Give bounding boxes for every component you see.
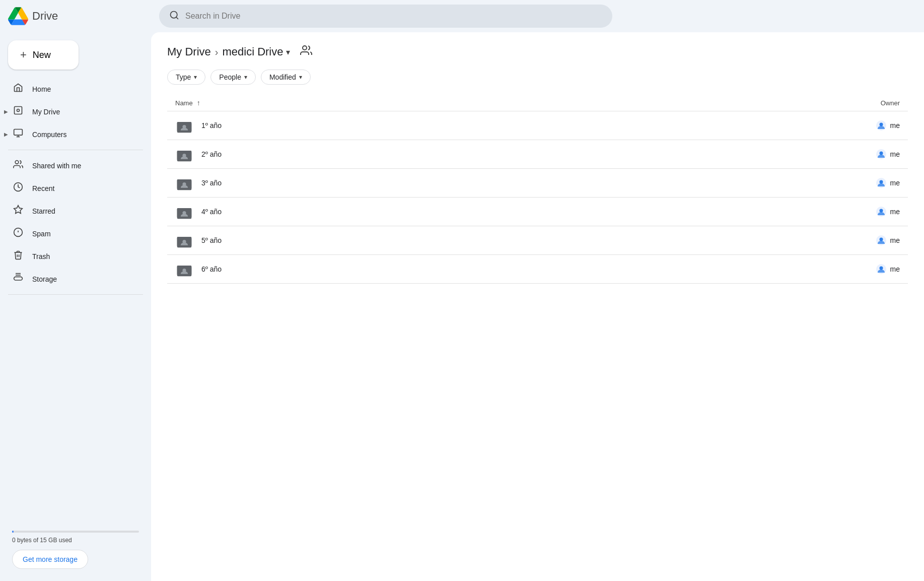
table-row[interactable]: 1º año me [167,111,908,140]
search-bar[interactable] [159,5,612,28]
storage-icon [12,273,24,285]
my-drive-icon [12,105,24,118]
svg-point-37 [879,209,883,213]
svg-rect-4 [14,130,23,136]
filter-modified[interactable]: Modified ▾ [261,70,311,85]
file-name: 3º año [201,179,819,187]
owner-cell: me [819,120,900,131]
folder-icon [175,260,193,278]
filter-people[interactable]: People ▾ [210,70,256,85]
sidebar-item-recent-label: Recent [32,184,54,192]
sidebar-item-spam[interactable]: Spam [0,222,143,245]
main-content: My Drive › medici Drive ▾ Type ▾ [151,32,924,581]
table-row[interactable]: 5º año me [167,226,908,255]
sidebar-item-home-label: Home [32,85,51,93]
filter-modified-arrow: ▾ [299,74,302,81]
trash-icon [12,250,24,263]
breadcrumb-separator: › [215,46,219,58]
sidebar-item-computers-label: Computers [32,131,66,139]
file-name: 1º año [201,121,819,130]
sidebar-divider-2 [8,294,143,295]
col-owner-header: Owner [819,99,900,107]
svg-line-1 [176,17,178,19]
table-row[interactable]: 4º año me [167,198,908,226]
owner-label: me [890,236,900,244]
storage-text: 0 bytes of 15 GB used [12,537,139,544]
sidebar-item-home[interactable]: Home [0,78,143,100]
sidebar-item-starred[interactable]: Starred [0,200,143,222]
computers-icon [12,128,24,141]
sidebar-item-recent[interactable]: Recent [0,177,143,200]
owner-cell: me [819,178,900,188]
search-input[interactable] [185,12,602,21]
svg-point-19 [879,123,883,126]
filter-modified-label: Modified [269,73,296,81]
logo-area: Drive [8,6,159,26]
owner-label: me [890,208,900,216]
filter-people-label: People [219,73,241,81]
sidebar-item-computers[interactable]: ▶ Computers [0,123,143,146]
owner-avatar-icon [876,149,886,159]
filter-type-arrow: ▾ [194,74,197,81]
search-icon [169,10,179,23]
computers-expand-icon: ▶ [4,132,8,137]
owner-avatar-icon [876,178,886,188]
filter-type[interactable]: Type ▾ [167,70,205,85]
sidebar-item-spam-label: Spam [32,230,51,238]
col-name-header[interactable]: Name ↑ [175,99,819,107]
sidebar-item-storage[interactable]: Storage [0,268,143,290]
new-plus-icon: + [20,48,27,61]
sidebar-item-shared[interactable]: Shared with me [0,154,143,177]
recent-icon [12,182,24,195]
folder-icon [175,174,193,192]
breadcrumb-current-label: medici Drive [222,45,283,58]
new-button[interactable]: + New [8,40,79,70]
sidebar-divider-1 [8,150,143,150]
breadcrumb-current[interactable]: medici Drive ▾ [222,45,290,58]
breadcrumb: My Drive › medici Drive ▾ [167,44,908,59]
svg-rect-34 [177,208,183,211]
breadcrumb-dropdown-icon[interactable]: ▾ [286,47,290,57]
breadcrumb-parent[interactable]: My Drive [167,45,211,58]
file-list-header: Name ↑ Owner [167,95,908,111]
owner-label: me [890,179,900,187]
table-row[interactable]: 3º año me [167,169,908,198]
filter-type-label: Type [176,73,191,81]
sidebar-item-shared-label: Shared with me [32,162,81,170]
file-name: 5º año [201,236,819,244]
owner-label: me [890,265,900,273]
svg-rect-2 [15,107,22,114]
owner-cell: me [819,149,900,159]
svg-point-3 [17,109,20,112]
owner-label: me [890,121,900,130]
svg-point-7 [15,161,19,164]
svg-rect-40 [177,237,183,239]
svg-point-31 [879,180,883,184]
storage-section: 0 bytes of 15 GB used Get more storage [0,523,151,577]
storage-bar-bg [12,531,139,533]
sort-icon: ↑ [197,99,200,107]
sidebar-item-starred-label: Starred [32,207,55,215]
sidebar-item-trash[interactable]: Trash [0,245,143,268]
storage-bar-fill [12,531,14,533]
owner-label: me [890,150,900,158]
sidebar-item-my-drive[interactable]: ▶ My Drive [0,100,143,123]
table-row[interactable]: 2º año me [167,140,908,169]
drive-logo-icon [8,6,28,26]
sidebar: + New Home ▶ My Drive [0,32,151,581]
svg-rect-16 [177,122,183,124]
file-name: 2º año [201,150,819,158]
owner-cell: me [819,207,900,217]
owner-avatar-icon [876,207,886,217]
svg-point-43 [879,238,883,241]
starred-icon [12,205,24,217]
folder-icon [175,145,193,163]
main-layout: + New Home ▶ My Drive [0,32,924,581]
col-owner-label: Owner [881,99,900,107]
spam-icon [12,227,24,240]
table-row[interactable]: 6º año me [167,255,908,284]
get-storage-button[interactable]: Get more storage [12,550,88,569]
manage-members-icon[interactable] [300,44,312,59]
svg-rect-28 [177,179,183,182]
svg-point-25 [879,152,883,155]
